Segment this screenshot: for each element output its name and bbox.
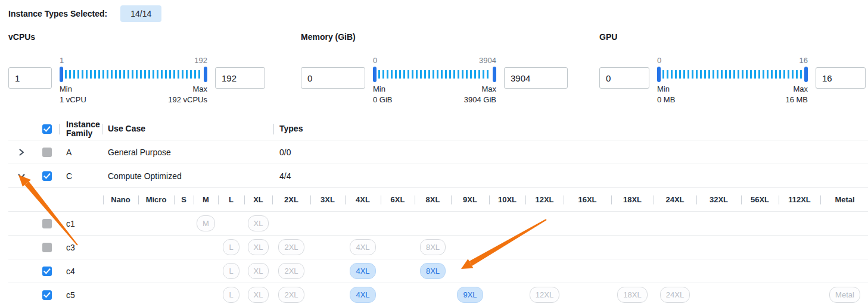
instance-name: c3 <box>59 243 103 252</box>
instance-name: c4 <box>59 267 103 276</box>
family-name: A <box>59 148 102 157</box>
slider-handle-max[interactable] <box>804 67 808 82</box>
column-header-use-case: Use Case <box>102 124 273 133</box>
slider-ticks <box>662 70 802 79</box>
family-a-checkbox[interactable] <box>42 148 52 157</box>
instance-row-c5: c5LXL2XL4XL9XL12XL18XL24XLMetal <box>8 283 868 304</box>
slider-max-label: 16 <box>799 56 808 65</box>
slider-track[interactable] <box>657 67 808 82</box>
c3-2xl-badge[interactable]: 2XL <box>278 239 304 255</box>
slider-track[interactable] <box>60 67 207 82</box>
slider-handle-min[interactable] <box>657 67 661 82</box>
instance-name: c1 <box>59 219 103 228</box>
size-column-56xl: 56XL <box>741 195 779 204</box>
slider-max-caption: Max192 vCPUs <box>168 84 207 105</box>
column-header-types: Types <box>273 124 868 133</box>
c5-checkbox[interactable] <box>42 290 52 300</box>
selected-count-badge: 14/14 <box>120 5 161 22</box>
c5-4xl-badge[interactable]: 4XL <box>350 287 375 303</box>
filter-title: Memory (GiB) <box>301 32 567 42</box>
c3-xl-badge[interactable]: XL <box>248 239 269 255</box>
family-types-count: 0/0 <box>273 148 868 157</box>
slider-handle-min[interactable] <box>373 67 377 82</box>
family-types-count: 4/4 <box>273 171 868 181</box>
size-column-18xl: 18XL <box>611 195 654 204</box>
slider-handle-max[interactable] <box>493 67 496 82</box>
c5-18xl-badge[interactable]: 18XL <box>617 287 647 303</box>
select-all-checkbox[interactable] <box>42 124 52 134</box>
vcpus-min-input[interactable] <box>8 67 52 89</box>
gpu-min-input[interactable] <box>599 67 649 89</box>
family-row-a: A General Purpose 0/0 <box>8 140 868 164</box>
c3-checkbox[interactable] <box>42 243 52 252</box>
slider-max-caption: Max3904 GiB <box>464 84 496 105</box>
c4-checkbox[interactable] <box>42 267 52 276</box>
size-column-3xl: 3XL <box>310 195 345 204</box>
vcpus-range-slider[interactable]: 1 192 Min1 vCPU Max192 vCPUs <box>60 56 207 105</box>
expand-chevron-right-icon[interactable] <box>17 148 26 157</box>
size-column-8xl: 8XL <box>415 195 451 204</box>
c5-24xl-badge[interactable]: 24XL <box>660 287 690 303</box>
slider-ticks <box>65 70 202 79</box>
size-column-xl: XL <box>244 195 272 204</box>
size-column-24xl: 24XL <box>654 195 696 204</box>
vcpus-max-input[interactable] <box>215 67 265 89</box>
c4-8xl-badge[interactable]: 8XL <box>420 263 446 279</box>
instance-family-table: Instance Family Use Case Types A General… <box>8 118 868 304</box>
instance-row-c3: c3LXL2XL4XL8XL <box>8 236 868 259</box>
c3-8xl-badge[interactable]: 8XL <box>420 239 446 255</box>
c5-9xl-badge[interactable]: 9XL <box>457 287 483 303</box>
selected-bar: Instance Types Selected: 14/14 <box>8 5 868 23</box>
size-column-micro: Micro <box>138 195 174 204</box>
filters: vCPUs 1 192 Min1 vCPU <box>8 32 868 105</box>
c5-xl-badge[interactable]: XL <box>248 287 269 303</box>
size-column-6xl: 6XL <box>381 195 415 204</box>
memory-range-slider[interactable]: 0 3904 Min0 GiB Max3904 GiB <box>373 56 496 105</box>
slider-handle-max[interactable] <box>204 67 207 82</box>
c5-l-badge[interactable]: L <box>223 287 239 303</box>
c4-l-badge[interactable]: L <box>223 263 239 279</box>
filter-memory: Memory (GiB) 0 3904 Min0 GiB <box>301 32 567 105</box>
instance-rows: c1MXLc3LXL2XL4XL8XLc4LXL2XL4XL8XLc5LXL2X… <box>8 212 868 304</box>
slider-track[interactable] <box>373 67 496 82</box>
slider-min-label: 0 <box>373 56 377 65</box>
family-c-checkbox[interactable] <box>42 171 52 181</box>
size-column-12xl: 12XL <box>525 195 564 204</box>
c3-4xl-badge[interactable]: 4XL <box>350 239 375 255</box>
collapse-chevron-down-icon[interactable] <box>17 171 26 181</box>
c3-l-badge[interactable]: L <box>223 239 239 255</box>
c5-12xl-badge[interactable]: 12XL <box>530 287 559 303</box>
memory-min-input[interactable] <box>301 67 365 89</box>
c4-2xl-badge[interactable]: 2XL <box>278 263 304 279</box>
gpu-max-input[interactable] <box>816 67 866 89</box>
size-column-2xl: 2XL <box>272 195 310 204</box>
c1-checkbox[interactable] <box>42 219 52 228</box>
c5-2xl-badge[interactable]: 2XL <box>278 287 304 303</box>
size-column-32xl: 32XL <box>696 195 741 204</box>
size-columns-header-row: NanoMicroSMLXL2XL3XL4XL6XL8XL9XL10XL12XL… <box>8 188 868 212</box>
memory-max-input[interactable] <box>504 67 568 89</box>
size-column-l: L <box>218 195 244 204</box>
filter-title: vCPUs <box>8 32 269 42</box>
family-use-case: Compute Optimized <box>102 171 273 181</box>
c4-4xl-badge[interactable]: 4XL <box>350 263 375 279</box>
size-column-nano: Nano <box>103 195 138 204</box>
filter-gpu: GPU 0 16 Min0 MB <box>599 32 863 105</box>
instance-name: c5 <box>59 290 103 300</box>
family-use-case: General Purpose <box>102 148 273 157</box>
slider-min-label: 1 <box>60 56 64 65</box>
slider-min-caption: Min1 vCPU <box>60 84 86 105</box>
slider-handle-min[interactable] <box>60 67 63 82</box>
c5-metal-badge[interactable]: Metal <box>829 287 860 303</box>
c4-xl-badge[interactable]: XL <box>248 263 269 279</box>
gpu-range-slider[interactable]: 0 16 Min0 MB Max16 MB <box>657 56 808 105</box>
c1-m-badge[interactable]: M <box>197 215 215 231</box>
instance-row-c1: c1MXL <box>8 212 868 236</box>
filter-title: GPU <box>599 32 863 42</box>
selected-label: Instance Types Selected: <box>8 9 107 18</box>
c1-xl-badge[interactable]: XL <box>248 215 269 231</box>
family-row-c: C Compute Optimized 4/4 <box>8 164 868 188</box>
size-column-16xl: 16XL <box>564 195 611 204</box>
slider-min-caption: Min0 MB <box>657 84 675 105</box>
instance-row-c4: c4LXL2XL4XL8XL <box>8 259 868 283</box>
